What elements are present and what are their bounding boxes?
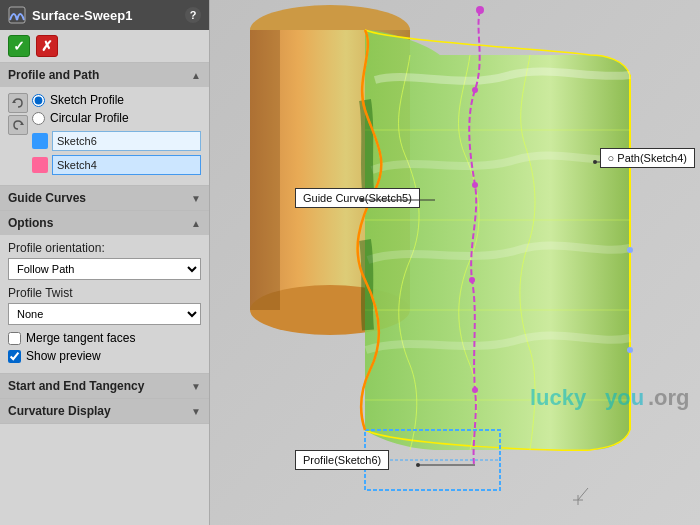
ok-button[interactable]: ✓: [8, 35, 30, 57]
sketch-profile-input[interactable]: [32, 94, 45, 107]
undo-section: Sketch Profile Circular Profile: [8, 93, 201, 179]
svg-point-21: [627, 247, 633, 253]
sketch6-row: [32, 131, 201, 151]
profile-twist-group: Profile Twist None Specify Twist Value: [8, 286, 201, 325]
profile-path-header[interactable]: Profile and Path ▲: [0, 63, 209, 87]
section-profile-path: Profile and Path ▲ Sketch P: [0, 63, 209, 186]
panel-title: Surface-Sweep1: [32, 8, 132, 23]
options-label: Options: [8, 216, 53, 230]
guide-curves-chevron: ▼: [191, 193, 201, 204]
sketch6-icon: [32, 133, 48, 149]
show-preview-label: Show preview: [26, 349, 101, 363]
panel-header-left: Surface-Sweep1: [8, 6, 132, 24]
guide-curves-label: Guide Curves: [8, 191, 86, 205]
viewport: lucky you .org Guide Curve(Sketch5) ○ Pa…: [210, 0, 700, 525]
left-panel: Surface-Sweep1 ? ✓ ✗ Profile and Path ▲: [0, 0, 210, 525]
sketch4-input[interactable]: [52, 155, 201, 175]
section-guide-curves: Guide Curves ▼: [0, 186, 209, 211]
curvature-chevron: ▼: [191, 406, 201, 417]
cancel-button[interactable]: ✗: [36, 35, 58, 57]
svg-rect-7: [250, 30, 280, 310]
start-end-header[interactable]: Start and End Tangency ▼: [0, 374, 209, 398]
watermark-text: lucky: [530, 385, 587, 410]
profile-path-chevron: ▲: [191, 70, 201, 81]
profile-path-content: Sketch Profile Circular Profile: [0, 87, 209, 185]
section-start-end: Start and End Tangency ▼: [0, 374, 209, 399]
svg-point-15: [472, 182, 478, 188]
help-icon[interactable]: ?: [185, 7, 201, 23]
svg-point-20: [626, 151, 634, 159]
undo-button[interactable]: [8, 93, 28, 113]
merge-tangent-checkbox[interactable]: Merge tangent faces: [8, 331, 201, 345]
options-chevron: ▲: [191, 218, 201, 229]
surface-sweep-icon: [8, 6, 26, 24]
svg-point-22: [627, 347, 633, 353]
options-header[interactable]: Options ▲: [0, 211, 209, 235]
start-end-label: Start and End Tangency: [8, 379, 144, 393]
merge-tangent-input[interactable]: [8, 332, 21, 345]
curvature-header[interactable]: Curvature Display ▼: [0, 399, 209, 423]
curvature-label: Curvature Display: [8, 404, 111, 418]
profile-orientation-label: Profile orientation:: [8, 241, 201, 255]
undo-buttons: [8, 93, 28, 135]
viewport-svg: lucky you .org: [210, 0, 700, 525]
start-end-chevron: ▼: [191, 381, 201, 392]
svg-point-14: [472, 87, 478, 93]
svg-point-16: [469, 277, 475, 283]
svg-point-17: [472, 387, 478, 393]
svg-point-13: [476, 6, 484, 14]
profile-path-inputs: Sketch Profile Circular Profile: [32, 93, 201, 179]
sketch4-row: [32, 155, 201, 175]
watermark-domain: .org: [648, 385, 690, 410]
guide-curves-header[interactable]: Guide Curves ▼: [0, 186, 209, 210]
watermark-you: you: [605, 385, 644, 410]
show-preview-input[interactable]: [8, 350, 21, 363]
radio-group: Sketch Profile Circular Profile: [32, 93, 201, 125]
profile-orientation-select[interactable]: Follow Path Keep Normal Constant Follow …: [8, 258, 201, 280]
show-preview-checkbox[interactable]: Show preview: [8, 349, 201, 363]
profile-orientation-group: Profile orientation: Follow Path Keep No…: [8, 241, 201, 280]
options-content: Profile orientation: Follow Path Keep No…: [0, 235, 209, 373]
sketch-profile-radio[interactable]: Sketch Profile: [32, 93, 201, 107]
circular-profile-radio[interactable]: Circular Profile: [32, 111, 201, 125]
sketch4-icon: [32, 157, 48, 173]
confirm-buttons: ✓ ✗: [0, 30, 209, 63]
panel-header: Surface-Sweep1 ?: [0, 0, 209, 30]
circular-profile-input[interactable]: [32, 112, 45, 125]
merge-tangent-label: Merge tangent faces: [26, 331, 135, 345]
circular-profile-label: Circular Profile: [50, 111, 129, 125]
profile-twist-select[interactable]: None Specify Twist Value: [8, 303, 201, 325]
sketch6-input[interactable]: [52, 131, 201, 151]
redo-button[interactable]: [8, 115, 28, 135]
section-curvature: Curvature Display ▼: [0, 399, 209, 424]
section-options: Options ▲ Profile orientation: Follow Pa…: [0, 211, 209, 374]
profile-path-label: Profile and Path: [8, 68, 99, 82]
profile-twist-label: Profile Twist: [8, 286, 201, 300]
sketch-profile-label: Sketch Profile: [50, 93, 124, 107]
